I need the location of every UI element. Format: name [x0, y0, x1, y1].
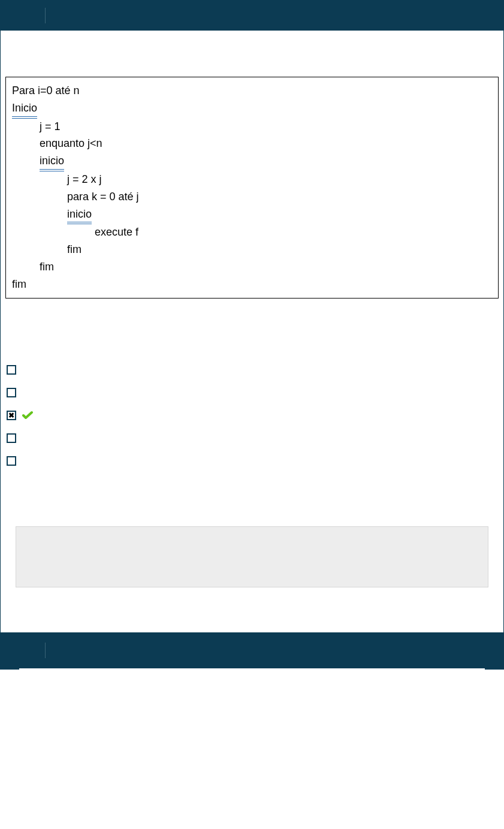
code-text: inicio — [67, 206, 92, 224]
code-line: execute f — [12, 224, 492, 241]
gap-after-options — [1, 472, 503, 526]
gap-after-code — [1, 299, 503, 358]
option-row[interactable]: ✖ — [7, 404, 503, 427]
gap-after-grey — [1, 587, 503, 632]
spacer-top — [1, 31, 503, 77]
code-text: Para i=0 até n — [12, 85, 80, 97]
checkbox-checked-icon[interactable]: ✖ — [7, 411, 16, 420]
feedback-box — [16, 526, 488, 587]
footer-bar — [0, 632, 504, 668]
option-row[interactable] — [7, 450, 503, 472]
option-row[interactable] — [7, 358, 503, 381]
code-text: j = 1 — [40, 120, 61, 132]
options-list: ✖ — [1, 358, 503, 472]
correct-tick-icon — [22, 411, 33, 420]
code-text: fim — [40, 261, 54, 273]
code-text: inicio — [40, 152, 64, 171]
code-text: Inicio — [12, 100, 37, 118]
checkbox-empty-icon[interactable] — [7, 433, 16, 443]
code-text: para k = 0 até j — [67, 191, 139, 203]
checkbox-empty-icon[interactable] — [7, 456, 16, 466]
code-line: fim — [12, 241, 492, 258]
header-bar — [0, 0, 504, 31]
code-line: fim — [12, 276, 492, 293]
option-row[interactable] — [7, 427, 503, 450]
code-text: execute f — [95, 226, 138, 238]
notch-left — [0, 668, 19, 670]
content-container: Para i=0 até nInicioj = 1enquanto j<nini… — [0, 31, 504, 632]
option-row[interactable] — [7, 381, 503, 404]
notch-right — [485, 668, 504, 670]
code-line: Para i=0 até n — [12, 82, 492, 100]
code-box: Para i=0 até nInicioj = 1enquanto j<nini… — [5, 77, 499, 299]
footer-separator — [45, 643, 46, 658]
header-separator — [45, 8, 46, 23]
code-line: inicio — [12, 152, 492, 171]
code-line: Inicio — [12, 100, 492, 118]
code-line: j = 1 — [12, 118, 492, 135]
code-text: enquanto j<n — [40, 137, 102, 149]
code-line: inicio — [12, 206, 492, 224]
checkbox-empty-icon[interactable] — [7, 365, 16, 375]
code-text: j = 2 x j — [67, 173, 102, 185]
code-line: j = 2 x j — [12, 171, 492, 188]
checkbox-empty-icon[interactable] — [7, 388, 16, 397]
code-text: fim — [12, 278, 26, 290]
code-line: para k = 0 até j — [12, 188, 492, 206]
bottom-notches — [0, 668, 504, 673]
code-line: enquanto j<n — [12, 135, 492, 152]
code-text: fim — [67, 243, 82, 255]
code-line: fim — [12, 258, 492, 276]
